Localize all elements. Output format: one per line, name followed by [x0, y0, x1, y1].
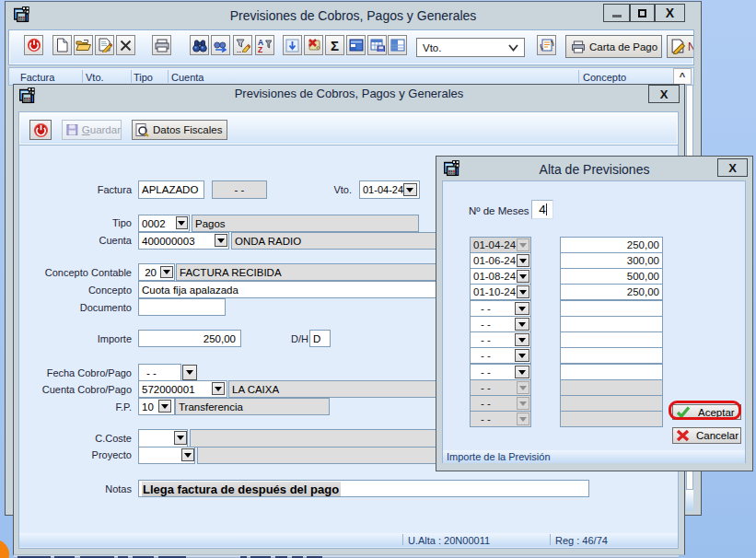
svg-text:Z: Z [258, 45, 262, 53]
